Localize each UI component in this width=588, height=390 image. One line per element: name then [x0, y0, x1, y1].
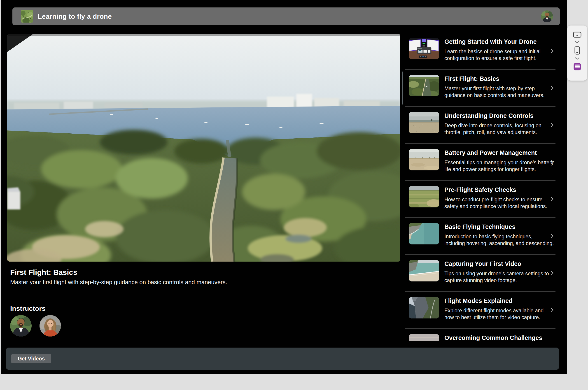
footer-bar: Get Videos [6, 347, 559, 370]
screen: Learning to fly a drone [0, 0, 588, 390]
desktop-preview-icon[interactable] [573, 32, 582, 38]
playlist-item-title: Getting Started with Your Drone [444, 38, 554, 46]
playlist-item-description: Essential tips on managing your drone’s … [444, 159, 554, 173]
device-preview-toolbar [567, 26, 587, 81]
playlist-item-description: How to conduct pre-flight checks to ensu… [444, 196, 554, 210]
playlist-item-title: Capturing Your First Video [444, 260, 554, 268]
grass-field-thumbnail [409, 186, 439, 207]
playlist-item-description: Introduction to basic flying techniques,… [444, 233, 554, 247]
playlist-item-description: Deep dive into drone controls, focusing … [444, 122, 554, 136]
chevron-right-icon [550, 270, 554, 276]
playlist-item[interactable]: Battery and Power Management Essential t… [405, 144, 555, 181]
instructor-avatar-female[interactable] [40, 315, 61, 337]
chevron-right-icon [550, 233, 554, 239]
playlist-item-description: Tips on using your drone’s camera settin… [444, 270, 554, 284]
coastal-dusk-thumbnail [409, 334, 439, 341]
playlist-item-title: Basic Flying Techniques [444, 223, 554, 231]
chevron-down-icon[interactable] [575, 57, 580, 60]
gravel-field-thumbnail [409, 112, 439, 133]
chevron-right-icon [550, 307, 554, 313]
playlist-item-title: Flight Modes Explained [444, 297, 554, 305]
chevron-right-icon [550, 85, 554, 91]
app-title: Learning to fly a drone [38, 13, 112, 20]
notes-app-icon[interactable] [574, 63, 581, 70]
video-player[interactable] [7, 34, 400, 262]
cliff-sea-thumbnail [409, 223, 439, 244]
playlist-item[interactable]: Understanding Drone Controls Deep dive i… [405, 107, 555, 144]
instructors-heading: Instructors [10, 305, 46, 312]
desert-plain-thumbnail [409, 149, 439, 170]
playlist-item-description: Learn the basics of drone setup and init… [444, 48, 554, 62]
titlebar: Learning to fly a drone [12, 7, 560, 25]
playlist-item[interactable]: First Flight: Basics Master your first f… [405, 70, 555, 107]
chevron-right-icon [550, 48, 554, 54]
get-videos-button[interactable]: Get Videos [11, 354, 51, 363]
playlist-item-title: Overcoming Common Challenges [444, 334, 554, 341]
drone-aerial-video-frame [7, 34, 400, 262]
playlist-item-description: Master your first flight with step-by-st… [444, 85, 554, 99]
instructor-avatar-male[interactable] [10, 315, 32, 337]
playlist-item[interactable]: Flight Modes Explained Explore different… [405, 292, 555, 329]
playlist-item-title: Understanding Drone Controls [444, 112, 554, 120]
playlist: Getting Started with Your Drone Learn th… [405, 33, 555, 341]
playlist-item[interactable]: Basic Flying Techniques Introduction to … [405, 218, 555, 255]
playlist-item-title: Pre-Flight Safety Checks [444, 186, 554, 194]
playlist-item-description: Explore different flight modes available… [444, 307, 554, 321]
playlist-item[interactable]: Capturing Your First Video Tips on using… [405, 255, 555, 292]
playlist-scrollbar[interactable] [402, 72, 403, 104]
current-video-title: First Flight: Basics [10, 268, 77, 277]
phone-preview-icon[interactable] [575, 46, 580, 55]
playlist-item-title: Battery and Power Management [444, 149, 554, 157]
beach-cliff-thumbnail [409, 260, 439, 282]
fjord-thumbnail [409, 297, 439, 318]
chevron-right-icon [550, 159, 554, 165]
user-avatar[interactable] [541, 10, 553, 22]
playlist-item[interactable]: Getting Started with Your Drone Learn th… [405, 33, 555, 70]
river-aerial-thumbnail [409, 75, 439, 96]
current-video-description: Master your first flight with step-by-st… [10, 279, 227, 286]
desk-setup-thumbnail [409, 38, 439, 59]
app-aerial-icon [21, 10, 33, 23]
chevron-right-icon [550, 122, 554, 128]
chevron-right-icon [550, 196, 554, 202]
playlist-item-title: First Flight: Basics [444, 75, 554, 83]
playlist-item[interactable]: Pre-Flight Safety Checks How to conduct … [405, 181, 555, 218]
playlist-item[interactable]: Overcoming Common Challenges [405, 329, 555, 341]
chevron-down-icon[interactable] [575, 41, 580, 44]
